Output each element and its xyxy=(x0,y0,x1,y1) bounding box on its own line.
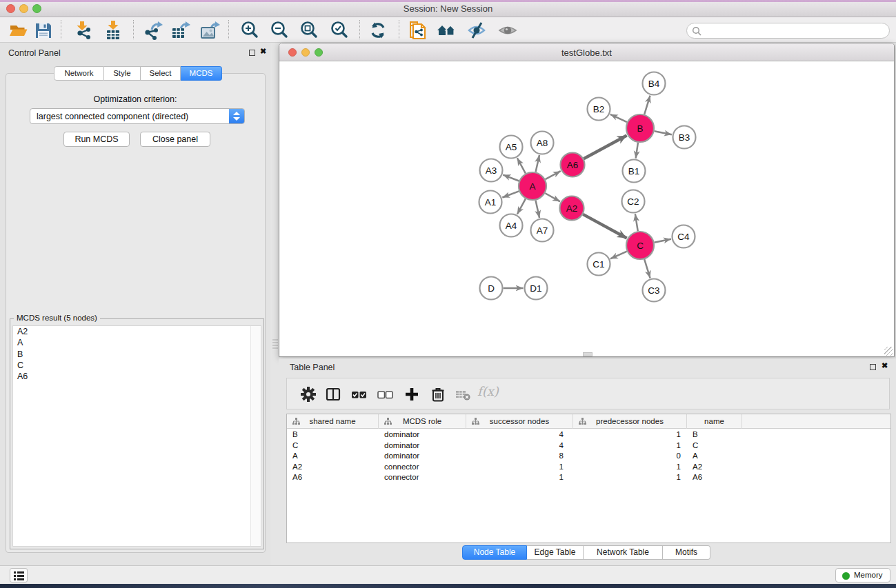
table-cell[interactable]: C xyxy=(287,440,379,452)
graph-edge-B-B1[interactable] xyxy=(636,143,638,159)
table-cell[interactable]: A6 xyxy=(287,472,379,483)
graph-edge-C-C2[interactable] xyxy=(635,214,638,231)
settings-gear-icon[interactable] xyxy=(299,385,317,403)
hide-selected-icon[interactable] xyxy=(466,20,487,41)
table-cell[interactable]: A6 xyxy=(687,472,742,483)
column-header-predecessor-nodes[interactable]: predecessor nodes xyxy=(573,414,687,429)
save-session-icon[interactable] xyxy=(33,20,54,41)
table-row[interactable]: A2connector11A2 xyxy=(287,462,890,473)
graph-edge-A6-B[interactable] xyxy=(584,135,626,159)
export-table-icon[interactable] xyxy=(170,20,190,41)
tab-style[interactable]: Style xyxy=(104,66,141,81)
tab-edge-table[interactable]: Edge Table xyxy=(527,545,584,560)
tab-mcds[interactable]: MCDS xyxy=(181,66,222,81)
float-panel-icon[interactable] xyxy=(249,50,255,56)
memory-button[interactable]: Memory xyxy=(835,568,890,582)
graph-edge-A2-C[interactable] xyxy=(583,214,626,239)
horizontal-splitter-grip[interactable] xyxy=(583,352,593,356)
result-item[interactable]: A xyxy=(13,337,261,348)
result-item[interactable]: A2 xyxy=(13,326,261,337)
table-cell[interactable]: dominator xyxy=(379,429,466,440)
window-resize-grip[interactable] xyxy=(884,347,893,356)
open-session-icon[interactable] xyxy=(8,20,29,41)
refresh-icon[interactable] xyxy=(368,20,388,41)
tab-node-table[interactable]: Node Table xyxy=(462,545,527,560)
table-cell[interactable]: A xyxy=(687,451,742,462)
split-columns-icon[interactable] xyxy=(324,385,342,403)
table-cell[interactable]: 8 xyxy=(466,451,573,462)
result-item[interactable]: C xyxy=(13,360,261,371)
table-float-icon[interactable] xyxy=(870,364,876,370)
vertical-splitter-grip[interactable] xyxy=(272,339,278,350)
delete-columns-icon[interactable] xyxy=(429,385,447,403)
graph-edge-A-A6[interactable] xyxy=(546,171,561,179)
search-input[interactable] xyxy=(705,24,884,37)
tab-select[interactable]: Select xyxy=(141,66,181,81)
table-cell[interactable]: 1 xyxy=(573,440,687,452)
table-cell[interactable]: dominator xyxy=(379,440,466,452)
graph-edge-C-C3[interactable] xyxy=(644,259,650,278)
column-header-name[interactable]: name xyxy=(687,414,742,429)
table-cell[interactable]: 1 xyxy=(573,472,687,483)
result-item[interactable]: A6 xyxy=(13,371,261,382)
optimization-criterion-dropdown[interactable]: largest connected component (directed) xyxy=(30,108,245,124)
table-cell[interactable]: 1 xyxy=(466,472,573,483)
graph-edge-B-B3[interactable] xyxy=(655,131,672,134)
graph-edge-A-A8[interactable] xyxy=(536,155,539,172)
column-header-successor-nodes[interactable]: successor nodes xyxy=(466,414,573,429)
table-cell[interactable]: connector xyxy=(379,472,466,483)
tab-network-table[interactable]: Network Table xyxy=(584,545,663,560)
table-cell[interactable]: A2 xyxy=(287,462,379,473)
network-canvas[interactable]: B4B2BB3A5A8A6B1A3AA1C2A2A4A7C4CC1C3DD1 xyxy=(279,61,894,356)
table-row[interactable]: Cdominator41C xyxy=(287,440,890,452)
close-panel-button[interactable]: Close panel xyxy=(140,132,210,147)
table-cell[interactable]: C xyxy=(687,440,742,452)
result-scrollbar[interactable] xyxy=(250,326,261,546)
export-image-icon[interactable] xyxy=(199,20,220,41)
show-all-networks-icon[interactable] xyxy=(436,20,457,41)
table-cell[interactable]: A2 xyxy=(687,462,742,473)
clone-network-icon[interactable] xyxy=(407,20,428,41)
table-cell[interactable]: A xyxy=(287,451,379,462)
graph-edge-B-B4[interactable] xyxy=(644,96,650,114)
table-cell[interactable]: connector xyxy=(379,462,466,473)
graph-edge-A-A5[interactable] xyxy=(517,158,526,173)
graph-edge-A-A4[interactable] xyxy=(517,199,526,214)
table-cell[interactable]: 4 xyxy=(466,429,573,440)
tab-network[interactable]: Network xyxy=(54,66,104,81)
table-cell[interactable]: 4 xyxy=(466,440,573,452)
table-cell[interactable]: dominator xyxy=(379,451,466,462)
table-cell[interactable]: 0 xyxy=(573,451,687,462)
status-list-button[interactable] xyxy=(10,568,28,582)
column-header-MCDS-role[interactable]: MCDS role xyxy=(379,414,466,429)
result-item[interactable]: B xyxy=(13,349,261,360)
graph-edge-A-A2[interactable] xyxy=(545,193,560,201)
import-table-icon[interactable] xyxy=(103,20,123,41)
graph-edge-C-C1[interactable] xyxy=(610,252,627,259)
graph-edge-C-C4[interactable] xyxy=(655,239,671,243)
unselect-all-icon[interactable] xyxy=(377,385,395,403)
zoom-fit-icon[interactable] xyxy=(299,20,319,41)
add-column-icon[interactable] xyxy=(403,385,421,403)
zoom-in-icon[interactable] xyxy=(239,20,260,41)
table-cell[interactable]: B xyxy=(687,429,742,440)
table-close-icon[interactable]: ✖ xyxy=(882,361,888,370)
table-cell[interactable]: B xyxy=(287,429,379,440)
close-panel-icon[interactable]: ✖ xyxy=(260,47,266,56)
table-row[interactable]: A6connector11A6 xyxy=(287,472,890,483)
graph-edge-A-A3[interactable] xyxy=(503,175,519,181)
table-row[interactable]: Adominator80A xyxy=(287,451,890,462)
run-mcds-button[interactable]: Run MCDS xyxy=(63,132,130,147)
table-cell[interactable]: 1 xyxy=(573,462,687,473)
graph-edge-B-B2[interactable] xyxy=(610,114,627,122)
select-all-icon[interactable] xyxy=(350,385,368,403)
table-cell[interactable]: 1 xyxy=(573,429,687,440)
table-row[interactable]: Bdominator41B xyxy=(287,429,890,440)
export-network-icon[interactable] xyxy=(143,20,163,41)
tab-motifs[interactable]: Motifs xyxy=(663,545,710,560)
import-network-icon[interactable] xyxy=(73,20,94,41)
table-cell[interactable]: 1 xyxy=(466,462,573,473)
zoom-selected-icon[interactable] xyxy=(329,20,350,41)
column-header-shared-name[interactable]: shared name xyxy=(287,414,379,429)
graph-edge-A-A1[interactable] xyxy=(502,191,519,197)
